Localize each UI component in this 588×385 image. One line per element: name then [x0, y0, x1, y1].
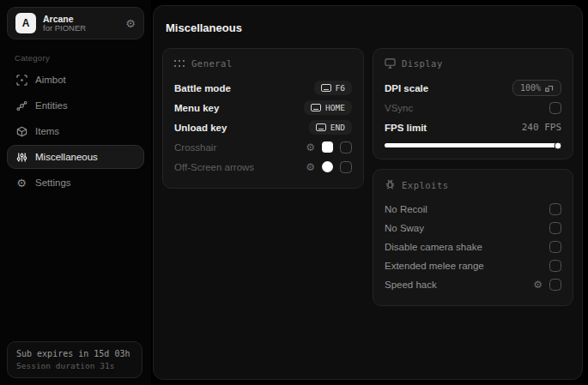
keybind-badge[interactable]: HOME — [304, 100, 352, 115]
sidebar-item-label: Items — [35, 126, 59, 136]
gear-icon[interactable]: ⚙ — [533, 280, 543, 290]
crosshair-icon — [15, 74, 27, 86]
app-name: Arcane — [43, 14, 118, 24]
setting-row-menu-key: Menu key HOME — [174, 98, 352, 117]
sidebar-item-settings[interactable]: ⚙ Settings — [7, 171, 144, 195]
setting-label: Battle mode — [174, 83, 314, 93]
setting-row-vsync: VSync — [385, 98, 561, 117]
category-label: Category — [15, 53, 144, 63]
brand-header: A Arcane for PIONER ⚙ — [7, 7, 144, 39]
sidebar-item-label: Entities — [35, 100, 68, 111]
setting-label: Unload key — [174, 123, 309, 133]
setting-row-extended-melee-range: Extended melee range — [385, 256, 561, 275]
setting-row-battle-mode: Battle mode F6 — [174, 78, 352, 98]
gear-icon[interactable]: ⚙ — [306, 162, 315, 172]
fps-limit-slider[interactable] — [385, 143, 561, 147]
sidebar-item-entities[interactable]: Entities — [7, 93, 144, 117]
keybind-badge[interactable]: END — [309, 120, 352, 135]
monitor-icon — [385, 58, 396, 69]
setting-label: No Recoil — [385, 204, 549, 214]
dpi-scale-selector[interactable]: 100% — [512, 80, 561, 96]
bug-icon — [385, 179, 396, 190]
card-title: General — [191, 58, 233, 69]
crosshair-checkbox[interactable] — [340, 141, 352, 153]
package-icon — [15, 125, 27, 137]
setting-label: FPS limit — [385, 123, 522, 133]
sidebar-nav: Aimbot Entities Items — [7, 68, 144, 195]
speed-hack-checkbox[interactable] — [549, 279, 561, 291]
sliders-icon — [15, 151, 27, 163]
offscreen-arrows-checkbox[interactable] — [340, 161, 352, 173]
exploits-card: Exploits No Recoil No Sway Disable camer… — [373, 169, 573, 306]
color-swatch[interactable] — [322, 141, 333, 153]
no-recoil-checkbox[interactable] — [549, 203, 561, 215]
sub-expiry-text: Sub expires in 15d 03h — [16, 349, 133, 358]
color-swatch[interactable] — [322, 161, 333, 172]
grid-dots-icon — [174, 60, 185, 68]
extended-melee-range-checkbox[interactable] — [549, 260, 561, 272]
keyboard-icon — [321, 84, 331, 92]
setting-label: Menu key — [174, 103, 304, 113]
card-title: Exploits — [402, 180, 449, 190]
sidebar-item-label: Settings — [35, 177, 71, 188]
sidebar-item-label: Aimbot — [35, 75, 66, 85]
display-card: Display DPI scale 100% VSync — [373, 48, 573, 159]
no-sway-checkbox[interactable] — [549, 222, 561, 234]
sidebar: A Arcane for PIONER ⚙ Category Aimbot — [0, 0, 151, 385]
gear-icon[interactable]: ⚙ — [306, 142, 315, 153]
session-duration-text: Session duration 31s — [16, 361, 133, 370]
setting-row-no-sway: No Sway — [385, 219, 561, 238]
card-title: Display — [402, 58, 443, 69]
setting-label: Off-Screen arrows — [174, 162, 306, 172]
setting-label: DPI scale — [385, 83, 512, 93]
entities-icon — [15, 99, 27, 111]
setting-label: Disable camera shake — [385, 242, 549, 252]
setting-label: VSync — [385, 103, 549, 113]
setting-row-fps-limit: FPS limit 240 FPS — [385, 117, 561, 137]
settings-gear-icon[interactable]: ⚙ — [125, 18, 136, 29]
setting-label: No Sway — [385, 223, 549, 233]
setting-row-unload-key: Unload key END — [174, 117, 352, 137]
general-card: General Battle mode F6 Menu key — [162, 48, 364, 189]
setting-label: Extended melee range — [385, 261, 549, 271]
disable-camera-shake-checkbox[interactable] — [549, 241, 561, 253]
app-subtitle: for PIONER — [43, 24, 118, 33]
setting-label: Crosshair — [174, 142, 306, 153]
setting-row-no-recoil: No Recoil — [385, 200, 561, 219]
keyboard-icon — [316, 123, 326, 131]
setting-row-speed-hack: Speed hack ⚙ — [385, 275, 561, 294]
app-logo: A — [15, 13, 36, 33]
sidebar-item-label: Miscellaneous — [35, 152, 98, 162]
setting-row-offscreen-arrows: Off-Screen arrows ⚙ — [174, 157, 352, 177]
fps-limit-value: 240 FPS — [522, 122, 561, 133]
slider-knob[interactable] — [555, 141, 562, 149]
vsync-checkbox[interactable] — [549, 102, 561, 114]
slider-fill — [385, 143, 561, 147]
main-panel: Miscellaneous General Battle mode — [153, 5, 583, 380]
keyboard-icon — [311, 104, 321, 111]
setting-row-dpi-scale: DPI scale 100% — [385, 78, 561, 98]
setting-row-disable-camera-shake: Disable camera shake — [385, 238, 561, 256]
sidebar-item-items[interactable]: Items — [7, 119, 144, 143]
gear-icon: ⚙ — [15, 177, 27, 189]
sidebar-item-aimbot[interactable]: Aimbot — [7, 68, 144, 92]
sidebar-item-miscellaneous[interactable]: Miscellaneous — [7, 145, 144, 169]
page-title: Miscellaneous — [166, 21, 573, 34]
subscription-info: Sub expires in 15d 03h Session duration … — [7, 341, 142, 378]
setting-row-crosshair: Crosshair ⚙ — [174, 137, 352, 157]
keybind-badge[interactable]: F6 — [314, 81, 352, 95]
scale-icon — [545, 84, 554, 93]
setting-label: Speed hack — [385, 280, 533, 290]
